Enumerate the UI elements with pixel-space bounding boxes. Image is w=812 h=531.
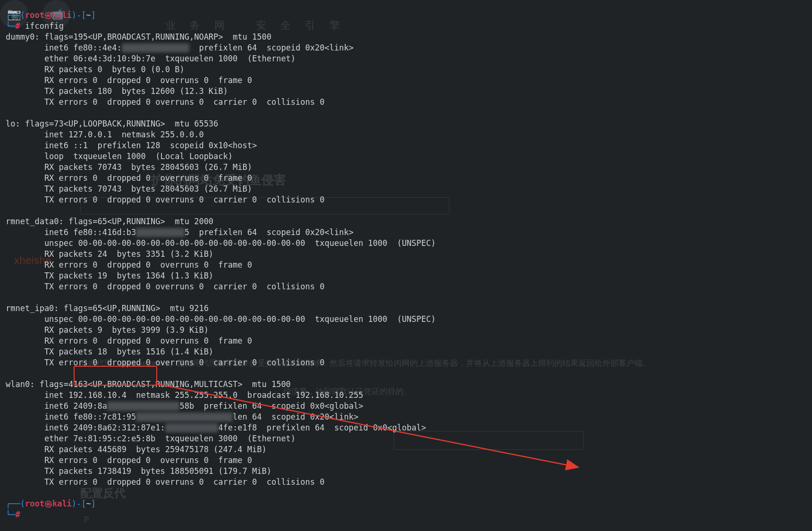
prompt2-line-2[interactable]: └─# <box>6 510 25 519</box>
iface-lo-tx-errors: TX errors 0 dropped 0 overruns 0 carrier… <box>6 195 325 204</box>
iface-wlan0-header: wlan0: flags=4163<UP,BROADCAST,RUNNING,M… <box>6 379 291 389</box>
iface-rmnet-ipa0-rx-packets: RX packets 9 bytes 3999 (3.9 KiB) <box>6 325 209 335</box>
iface-wlan0-rx-packets: RX packets 445689 bytes 259475178 (247.4… <box>6 445 267 454</box>
iface-wlan0-ether: ether 7e:81:95:c2:e5:8b txqueuelen 3000 … <box>6 434 296 443</box>
iface-wlan0-inet: inet 192.168.10.4 netmask 255.255.255.0 … <box>6 390 363 400</box>
iface-wlan0-inet6-1: inet6 2409:8axx:xxx:xxxx:xxx58b prefixle… <box>6 401 363 411</box>
iface-rmnet-data0-tx-errors: TX errors 0 dropped 0 overruns 0 carrier… <box>6 282 325 291</box>
prompt2-line-1: ┌──(root㉿kali)-[~] <box>6 499 96 508</box>
iface-rmnet-data0-rx-errors: RX errors 0 dropped 0 overruns 0 frame 0 <box>6 260 252 270</box>
iface-dummy0-tx-errors: TX errors 0 dropped 0 overruns 0 carrier… <box>6 97 325 107</box>
iface-lo-inet6: inet6 ::1 prefixlen 128 scopeid 0x10<hos… <box>6 141 257 150</box>
iface-rmnet-data0-inet6: inet6 fe80::416d:b3xx:xxxx:xx5 prefixlen… <box>6 228 354 237</box>
iface-rmnet-data0-tx-packets: TX packets 19 bytes 1364 (1.3 KiB) <box>6 271 213 280</box>
prompt-line-1: ┌──(root㉿kali)-[~] <box>6 10 96 20</box>
iface-dummy0-rx-packets: RX packets 0 bytes 0 (0.0 B) <box>6 65 185 74</box>
redacted-ipv6: xx:xxxx:xx <box>136 227 184 238</box>
iface-rmnet-ipa0-tx-errors: TX errors 0 dropped 0 overruns 0 carrier… <box>6 358 325 367</box>
terminal-output[interactable]: ┌──(root㉿kali)-[~] └─# ifconfig dummy0: … <box>6 10 806 520</box>
iface-lo-header: lo: flags=73<UP,LOOPBACK,RUNNING> mtu 65… <box>6 119 218 128</box>
iface-wlan0-tx-errors: TX errors 0 dropped 0 overruns 0 carrier… <box>6 477 325 487</box>
iface-lo-rx-errors: RX errors 0 dropped 0 overruns 0 frame 0 <box>6 173 252 183</box>
iface-wlan0-inet6-2: inet6 fe80::7c81:95xx:xxxx:xxxx prefixle… <box>6 412 358 421</box>
iface-rmnet-ipa0-tx-packets: TX packets 18 bytes 1516 (1.4 KiB) <box>6 347 213 356</box>
prompt-line-2: └─# ifconfig <box>6 21 64 31</box>
iface-lo-loop: loop txqueuelen 1000 (Local Loopback) <box>6 152 233 161</box>
iface-dummy0-inet6: inet6 fe80::4e4:xxxx:xxxx:xxxx prefixlen… <box>6 43 354 52</box>
iface-rmnet-data0-unspec: unspec 00-00-00-00-00-00-00-00-00-00-00-… <box>6 238 436 248</box>
iface-rmnet-ipa0-header: rmnet_ipa0: flags=65<UP,RUNNING> mtu 921… <box>6 303 209 313</box>
iface-rmnet-data0-rx-packets: RX packets 24 bytes 3351 (3.2 KiB) <box>6 249 213 259</box>
iface-lo-tx-packets: TX packets 70743 bytes 28045603 (26.7 Mi… <box>6 184 252 194</box>
iface-lo-rx-packets: RX packets 70743 bytes 28045603 (26.7 Mi… <box>6 162 252 172</box>
redacted-ipv6: xxxx:xxxx:xxxx <box>122 42 189 53</box>
iface-dummy0-rx-errors: RX errors 0 dropped 0 overruns 0 frame 0 <box>6 76 252 85</box>
iface-lo-inet: inet 127.0.0.1 netmask 255.0.0.0 <box>6 130 204 139</box>
command-text: ifconfig <box>25 21 64 31</box>
iface-dummy0-header: dummy0: flags=195<UP,BROADCAST,RUNNING,N… <box>6 32 271 42</box>
iface-dummy0-tx-packets: TX packets 180 bytes 12600 (12.3 KiB) <box>6 86 228 96</box>
redacted-ipv6: xx:xxxx:xxxx prefix <box>136 412 233 422</box>
iface-wlan0-rx-errors: RX errors 0 dropped 0 overruns 0 frame 0 <box>6 455 252 465</box>
iface-rmnet-ipa0-rx-errors: RX errors 0 dropped 0 overruns 0 frame 0 <box>6 336 252 346</box>
iface-wlan0-inet6-3: inet6 2409:8a62:312:87e1:xxxx:xxxx:x4fe:… <box>6 423 426 432</box>
iface-rmnet-ipa0-unspec: unspec 00-00-00-00-00-00-00-00-00-00-00-… <box>6 314 436 324</box>
iface-wlan0-tx-packets: TX packets 1738419 bytes 188505091 (179.… <box>6 466 271 476</box>
iface-dummy0-ether: ether 06:e4:3d:10:9b:7e txqueuelen 1000 … <box>6 54 296 63</box>
iface-rmnet-data0-header: rmnet_data0: flags=65<UP,RUNNING> mtu 20… <box>6 217 213 226</box>
redacted-ipv6: xx:xxx:xxxx:xxx <box>107 401 180 412</box>
redacted-ipv6: xxxx:xxxx:x <box>165 422 219 433</box>
